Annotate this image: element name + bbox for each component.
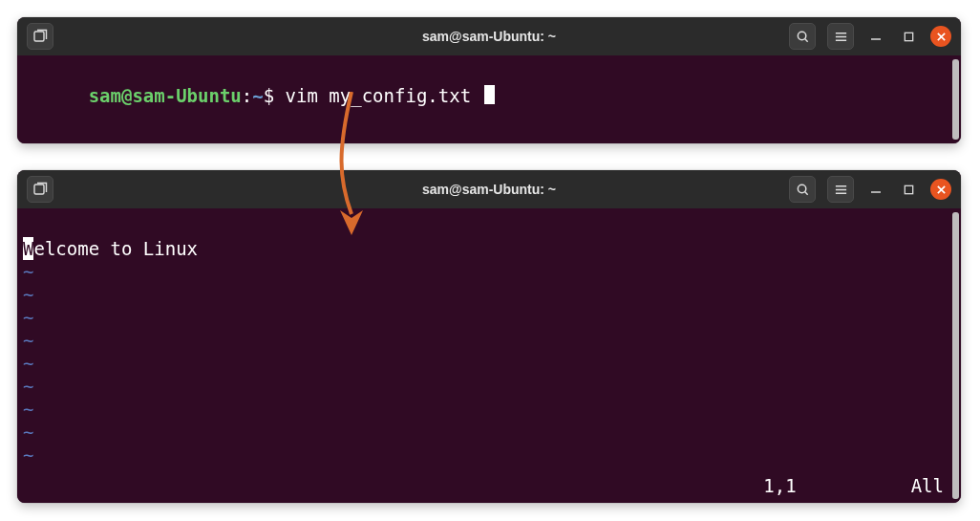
vim-tilde: ~ (23, 422, 33, 443)
svg-rect-0 (34, 32, 44, 41)
maximize-button[interactable] (898, 179, 919, 200)
close-button[interactable] (930, 179, 951, 200)
hamburger-icon (834, 30, 848, 44)
new-tab-button[interactable] (27, 23, 53, 50)
search-button[interactable] (789, 176, 816, 203)
svg-rect-5 (905, 185, 912, 193)
vim-cursor-char: W (23, 237, 33, 260)
prompt-separator: : (242, 85, 252, 106)
close-button[interactable] (930, 26, 951, 47)
close-icon (936, 185, 947, 195)
vim-tilde: ~ (23, 261, 33, 282)
minimize-button[interactable] (865, 179, 886, 200)
vim-tilde: ~ (23, 353, 33, 374)
vim-tilde: ~ (23, 399, 33, 420)
vim-status-line: 1,1 All (17, 474, 951, 497)
maximize-icon (903, 31, 915, 43)
minimize-icon (869, 30, 883, 43)
menu-button[interactable] (827, 176, 854, 203)
terminal-window-top: sam@sam-Ubuntu: ~ (17, 17, 961, 143)
menu-button[interactable] (827, 23, 854, 50)
svg-point-4 (798, 185, 805, 192)
close-icon (936, 32, 947, 42)
svg-point-1 (798, 32, 805, 39)
scrollbar[interactable] (952, 59, 959, 140)
vim-scroll-indicator: All (911, 474, 944, 497)
vim-tilde: ~ (23, 307, 33, 328)
new-tab-icon (32, 182, 48, 197)
vim-tilde: ~ (23, 284, 33, 305)
scrollbar[interactable] (952, 212, 959, 499)
titlebar: sam@sam-Ubuntu: ~ (17, 17, 961, 55)
prompt-symbol: $ (264, 85, 274, 106)
maximize-icon (903, 184, 915, 196)
titlebar: sam@sam-Ubuntu: ~ (17, 170, 961, 208)
minimize-button[interactable] (865, 26, 886, 47)
terminal-body[interactable]: sam@sam-Ubuntu:~$ vim my_config.txt (17, 55, 961, 143)
vim-cursor-position: 1,1 (763, 474, 796, 497)
minimize-icon (869, 183, 883, 196)
prompt-path: ~ (252, 85, 263, 106)
search-icon (796, 30, 810, 44)
vim-tilde: ~ (23, 445, 33, 466)
vim-content: elcome to Linux (33, 238, 198, 259)
prompt-userhost: sam@sam-Ubuntu (89, 85, 242, 106)
vim-tilde: ~ (23, 376, 33, 397)
hamburger-icon (834, 183, 848, 197)
maximize-button[interactable] (898, 26, 919, 47)
new-tab-button[interactable] (27, 176, 53, 203)
search-icon (796, 183, 810, 197)
search-button[interactable] (789, 23, 816, 50)
command-text: vim my_config.txt (286, 85, 482, 106)
vim-tilde: ~ (23, 330, 33, 351)
cursor (484, 85, 495, 104)
new-tab-icon (32, 29, 48, 44)
svg-rect-3 (34, 185, 44, 194)
svg-rect-2 (905, 33, 912, 40)
vim-body[interactable]: Welcome to Linux ~ ~ ~ ~ ~ ~ ~ ~ ~ 1,1 A… (17, 208, 961, 503)
terminal-window-bottom: sam@sam-Ubuntu: ~ (17, 170, 961, 503)
